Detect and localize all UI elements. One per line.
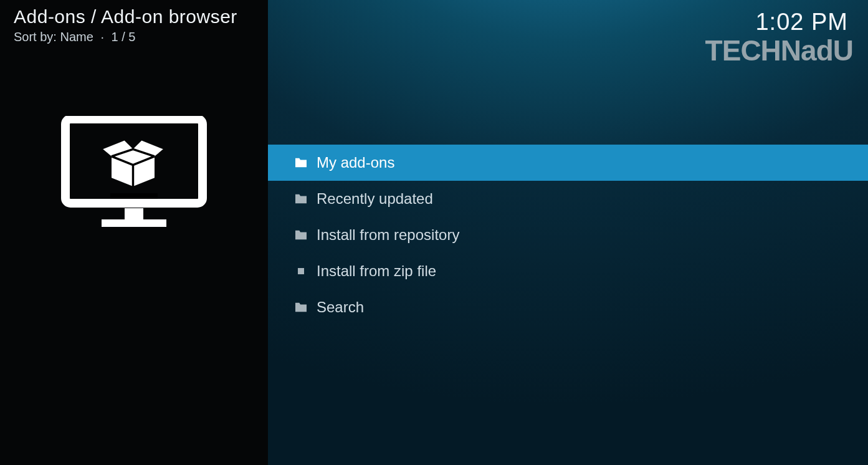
list-item-recently-updated[interactable]: Recently updated <box>268 181 868 217</box>
list-item-my-add-ons[interactable]: My add-ons <box>268 145 868 181</box>
folder-icon <box>287 193 315 204</box>
list-position: 1 / 5 <box>112 30 136 44</box>
watermark-technadu: TeCHNadU <box>705 34 853 67</box>
addon-list: My add-onsRecently updatedInstall from r… <box>268 145 868 325</box>
svg-rect-3 <box>102 219 166 227</box>
svg-rect-12 <box>298 268 304 274</box>
sort-value: Name <box>60 30 93 44</box>
svg-rect-1 <box>110 193 158 199</box>
list-item-install-from-repository[interactable]: Install from repository <box>268 217 868 253</box>
list-item-label: My add-ons <box>317 154 394 171</box>
list-item-label: Install from repository <box>317 226 459 244</box>
sort-separator: · <box>97 30 108 44</box>
svg-rect-2 <box>125 208 143 219</box>
folder-icon <box>287 302 315 313</box>
file-icon <box>287 267 315 276</box>
sort-line[interactable]: Sort by: Name · 1 / 5 <box>14 30 254 44</box>
category-monitor-icon <box>14 116 254 228</box>
folder-icon <box>287 157 315 168</box>
list-item-install-from-zip-file[interactable]: Install from zip file <box>268 253 868 289</box>
sidebar: Add-ons / Add-on browser Sort by: Name ·… <box>0 0 268 465</box>
folder-icon <box>287 229 315 241</box>
list-item-label: Install from zip file <box>317 262 436 280</box>
sort-prefix: Sort by: <box>14 30 57 44</box>
clock: 1:02 PM <box>755 9 848 36</box>
list-item-label: Recently updated <box>317 190 433 208</box>
list-item-search[interactable]: Search <box>268 289 868 325</box>
breadcrumb: Add-ons / Add-on browser <box>14 6 254 27</box>
list-item-label: Search <box>317 299 364 316</box>
main-panel: 1:02 PM TeCHNadU My add-onsRecently upda… <box>268 0 868 465</box>
